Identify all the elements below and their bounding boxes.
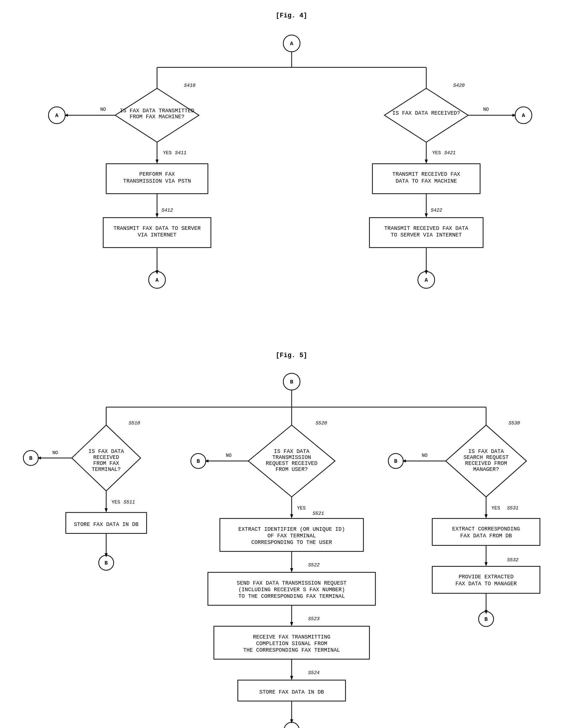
fig5-box-s532-l1: PROVIDE EXTRACTED — [459, 574, 513, 580]
fig4-box-s422-line2: TO SERVER VIA INTERNET — [391, 232, 462, 238]
svg-marker-57 — [290, 622, 293, 626]
fig4-box-s412-line2: VIA INTERNET — [138, 232, 176, 238]
svg-marker-54 — [290, 568, 293, 572]
fig5-title: [Fig. 5] — [18, 352, 565, 359]
fig5-s524-label: S524 — [308, 670, 320, 676]
fig5-B-511: B — [104, 560, 108, 566]
svg-marker-63 — [290, 719, 293, 724]
fig5-s510-label: S510 — [129, 421, 140, 426]
fig4-diamond420-line1: IS FAX DATA RECEIVED? — [392, 110, 460, 116]
svg-marker-26 — [425, 213, 428, 217]
fig4-A-left: A — [55, 112, 58, 119]
fig5-box-s521-l2: OF FAX TERMINAL — [267, 533, 315, 539]
svg-marker-23 — [425, 160, 428, 164]
fig5-d520-l1: IS FAX DATA — [274, 448, 309, 454]
page: [Fig. 4] A S410 IS FAX DATA TRANSMITTED … — [0, 0, 583, 728]
fig5-d530-l1: IS FAX DATA — [468, 448, 504, 454]
fig5-d510-l4: TERMINAL? — [91, 466, 120, 472]
fig5-yes-510: YES — [112, 500, 120, 505]
fig5-d520-l4: FROM USER? — [275, 466, 307, 472]
fig5-s521-label: S521 — [313, 511, 324, 516]
fig4-s410-label: S410 — [184, 83, 196, 88]
svg-marker-60 — [290, 676, 293, 680]
fig5-d530-l3: RECEIVED FROM — [465, 460, 507, 466]
fig5-d510-l1: IS FAX DATA — [88, 448, 124, 454]
fig4-s421-label: S421 — [444, 150, 455, 156]
fig5-no-520: NO — [226, 453, 231, 458]
fig5-s520-label: S520 — [315, 421, 327, 426]
fig5-box-s522-l1: SEND FAX DATA TRANSMISSION REQUEST — [237, 580, 346, 586]
fig4-s411-label: S411 — [175, 150, 186, 156]
fig5-yes-530: YES — [492, 505, 500, 511]
fig5-box-s521-l3: CORRESPONDING TO THE USER — [251, 539, 332, 545]
fig5-B-top: B — [290, 379, 293, 385]
fig5-B-531: B — [484, 616, 488, 622]
svg-marker-51 — [290, 514, 293, 518]
fig4-s412-label: S412 — [162, 208, 173, 213]
fig4-A-bottom-left: A — [155, 277, 159, 283]
fig4-no-left: NO — [100, 107, 106, 112]
fig5-s530-label: S530 — [508, 421, 520, 426]
fig4-A-top: A — [290, 41, 293, 47]
svg-marker-12 — [156, 213, 159, 217]
svg-marker-77 — [484, 610, 488, 614]
fig4-box-s421-line2: DATA TO FAX MACHINE — [395, 178, 457, 184]
fig5-no-510: NO — [52, 450, 58, 456]
fig4-box-s422-line1: TRANSMIT RECEIVED FAX DATA — [384, 226, 468, 231]
fig4-box-s411-line2: TRANSMISSION VIA PSTN — [123, 178, 191, 184]
fig5-s531-label: S531 — [507, 505, 518, 511]
fig5-B-520-left: B — [197, 458, 200, 464]
fig4-diagram: A S410 IS FAX DATA TRANSMITTED FROM FAX … — [22, 25, 561, 340]
fig4-A-right: A — [522, 112, 525, 119]
fig5-d510-l2: RECEIVED — [93, 454, 119, 460]
fig4-no-right: NO — [483, 107, 489, 112]
fig5-box-s523-l1: RECEIVE FAX TRANSMITTING — [253, 634, 330, 640]
svg-marker-74 — [484, 562, 488, 566]
svg-rect-75 — [432, 566, 540, 593]
fig5-box-s531-l1: EXTRACT CORRESPONDING — [452, 526, 520, 532]
fig5-box-s523-l2: COMPLETION SIGNAL FROM — [256, 641, 327, 647]
fig5-no-530: NO — [422, 453, 427, 458]
fig5-box-s522-l2: (INCLUDING RECEIVER S FAX NUMBER) — [238, 587, 344, 593]
fig5-box-s523-l3: THE CORRESPONDING FAX TERMINAL — [243, 647, 340, 653]
fig5-s511-label: S511 — [123, 500, 135, 505]
fig4-yes-right: YES — [432, 150, 441, 156]
fig5-B-530-left: B — [394, 458, 397, 464]
fig4-s420-label: S420 — [453, 83, 465, 88]
fig4-diamond410-line1: IS FAX DATA TRANSMITTED — [120, 108, 194, 114]
fig5-box-s522-l3: TO THE CORRESPONDING FAX TERMINAL — [238, 593, 344, 599]
fig4-diamond410-line2: FROM FAX MACHINE? — [130, 114, 185, 120]
fig4-yes-left: YES — [163, 150, 172, 156]
fig5-s522-label: S522 — [308, 563, 320, 568]
fig5-d520-l3: REQUEST RECEIVED — [266, 460, 317, 466]
fig5-d520-l2: TRANSMISSION — [272, 454, 311, 460]
fig4-box-s421-line1: TRANSMIT RECEIVED FAX — [392, 171, 460, 177]
fig5-d530-l4: MANAGER? — [473, 466, 499, 472]
fig4-box-s411-line1: PERFORM FAX — [139, 171, 175, 177]
fig5-s532-label: S532 — [507, 557, 519, 563]
fig5-box-s531-l2: FAX DATA FROM DB — [460, 533, 512, 539]
svg-marker-29 — [425, 270, 428, 275]
fig5-diagram: B S510 IS FAX DATA RECEIVED FROM FAX TER… — [22, 365, 561, 728]
fig5-box-s521-l1: EXTRACT IDENTIFIER (OR UNIQUE ID) — [238, 526, 344, 532]
fig4-box-s412-line1: TRANSMIT FAX DATA TO SERVER — [113, 226, 201, 231]
fig5-s523-label: S523 — [308, 616, 320, 622]
fig5-yes-520: YES — [297, 505, 306, 511]
fig4-s422-label: S422 — [431, 208, 442, 213]
fig5-d510-l3: FROM FAX — [93, 460, 119, 466]
fig5-d530-l2: SEARCH REQUEST — [463, 454, 508, 460]
fig5-B-left: B — [29, 455, 32, 461]
fig4-title: [Fig. 4] — [18, 12, 565, 20]
svg-marker-40 — [105, 508, 108, 513]
svg-marker-15 — [156, 270, 159, 275]
svg-marker-9 — [156, 160, 159, 164]
fig5-box-s532-l2: FAX DATA TO MANAGER — [455, 581, 517, 587]
fig4-A-bottom-right: A — [424, 277, 428, 283]
fig5-box-s524: STORE FAX DATA IN DB — [259, 689, 324, 695]
svg-rect-72 — [432, 518, 540, 545]
fig5-box-s511: STORE FAX DATA IN DB — [74, 521, 138, 527]
svg-marker-71 — [484, 514, 488, 518]
